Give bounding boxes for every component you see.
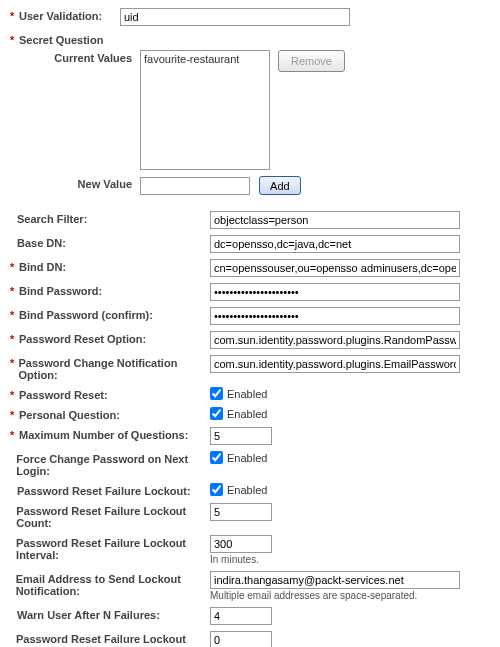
- required-icon: *: [10, 309, 17, 321]
- required-icon: *: [10, 285, 17, 297]
- warn-after-n-label: Warn User After N Failures:: [17, 609, 160, 621]
- search-filter-label: Search Filter:: [17, 213, 87, 225]
- fail-lockout-checkbox[interactable]: [210, 483, 223, 496]
- force-change-chk-label: Enabled: [227, 452, 267, 464]
- fail-duration-label: Password Reset Failure Lockout Duration:: [16, 633, 204, 647]
- required-icon: *: [10, 10, 17, 22]
- pw-reset-option-label: Password Reset Option:: [19, 333, 146, 345]
- fail-count-input[interactable]: [210, 503, 272, 521]
- base-dn-label: Base DN:: [17, 237, 66, 249]
- base-dn-input[interactable]: [210, 235, 460, 253]
- fail-interval-label: Password Reset Failure Lockout Interval:: [16, 537, 204, 561]
- fail-duration-input[interactable]: [210, 631, 272, 647]
- bind-dn-label: Bind DN:: [19, 261, 66, 273]
- required-icon: *: [10, 409, 17, 421]
- pw-reset-checkbox[interactable]: [210, 387, 223, 400]
- bind-password-confirm-input[interactable]: [210, 307, 460, 325]
- bind-password-input[interactable]: [210, 283, 460, 301]
- fail-interval-hint: In minutes.: [210, 554, 490, 565]
- required-icon: *: [10, 357, 16, 369]
- max-questions-label: Maximum Number of Questions:: [19, 429, 188, 441]
- fail-interval-input[interactable]: [210, 535, 272, 553]
- bind-dn-input[interactable]: [210, 259, 460, 277]
- fail-count-label: Password Reset Failure Lockout Count:: [16, 505, 204, 529]
- remove-button[interactable]: Remove: [278, 50, 345, 72]
- force-change-label: Force Change Password on Next Login:: [16, 453, 204, 477]
- required-icon: *: [10, 333, 17, 345]
- required-icon: *: [10, 34, 17, 46]
- user-validation-label: User Validation:: [19, 10, 102, 22]
- personal-question-checkbox[interactable]: [210, 407, 223, 420]
- lock-email-input[interactable]: [210, 571, 460, 589]
- pw-change-notif-label: Password Change Notification Option:: [18, 357, 204, 381]
- personal-question-label: Personal Question:: [19, 409, 120, 421]
- pw-reset-chk-label: Enabled: [227, 388, 267, 400]
- bind-password-confirm-label: Bind Password (confirm):: [19, 309, 153, 321]
- lock-email-hint: Multiple email addresses are space-separ…: [210, 590, 490, 601]
- bind-password-label: Bind Password:: [19, 285, 102, 297]
- force-change-checkbox[interactable]: [210, 451, 223, 464]
- list-item[interactable]: favourite-restaurant: [144, 53, 266, 65]
- new-value-input[interactable]: [140, 177, 250, 195]
- current-values-list[interactable]: favourite-restaurant: [140, 50, 270, 170]
- max-questions-input[interactable]: [210, 427, 272, 445]
- user-validation-input[interactable]: [120, 8, 350, 26]
- add-button[interactable]: Add: [259, 176, 301, 195]
- pw-reset-option-input[interactable]: [210, 331, 460, 349]
- pw-reset-label: Password Reset:: [19, 389, 108, 401]
- required-icon: *: [10, 389, 17, 401]
- current-values-label: Current Values: [10, 50, 140, 170]
- required-icon: *: [10, 429, 17, 441]
- warn-after-n-input[interactable]: [210, 607, 272, 625]
- search-filter-input[interactable]: [210, 211, 460, 229]
- required-icon: *: [10, 261, 17, 273]
- pw-change-notif-input[interactable]: [210, 355, 460, 373]
- fail-lockout-chk-label: Enabled: [227, 484, 267, 496]
- secret-question-heading: Secret Question: [19, 34, 103, 46]
- lock-email-label: Email Address to Send Lockout Notificati…: [16, 573, 204, 597]
- new-value-label: New Value: [10, 176, 140, 195]
- fail-lockout-label: Password Reset Failure Lockout:: [17, 485, 191, 497]
- personal-question-chk-label: Enabled: [227, 408, 267, 420]
